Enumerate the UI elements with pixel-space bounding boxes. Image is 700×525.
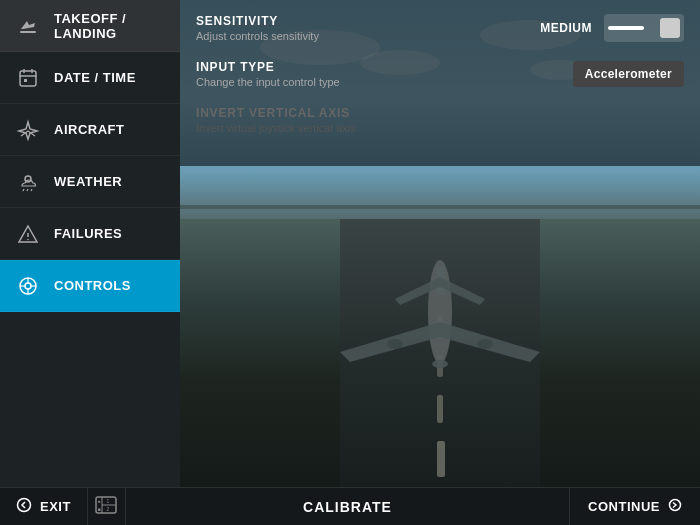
input-type-info: INPUT TYPE Change the input control type	[196, 60, 340, 88]
input-type-button[interactable]: Accelerometer	[573, 61, 684, 87]
bottom-bar: EXIT 1 2 ● ■ CALIBRATE CONTINUE	[0, 487, 700, 525]
sidebar-item-failures[interactable]: FAILURES	[0, 208, 180, 260]
sidebar-item-date-time[interactable]: DATE / TIME	[0, 52, 180, 104]
takeoff-icon	[14, 12, 42, 40]
sensitivity-control: MEDIUM	[540, 14, 684, 42]
slider-fill	[608, 26, 644, 30]
exit-button[interactable]: EXIT	[0, 488, 87, 525]
svg-rect-9	[24, 79, 27, 82]
exit-label: EXIT	[40, 499, 71, 514]
calendar-icon	[14, 64, 42, 92]
svg-text:●: ●	[98, 498, 101, 504]
invert-axis-setting: INVERT VERTICAL AXIS Invert virtual joys…	[196, 106, 684, 134]
settings-panel: SENSITIVITY Adjust controls sensitivity …	[180, 0, 700, 166]
sensitivity-slider[interactable]	[604, 14, 684, 42]
input-type-row: INPUT TYPE Change the input control type…	[196, 60, 684, 88]
sidebar-item-takeoff-landing[interactable]: TAKEOFF / LANDING	[0, 0, 180, 52]
input-type-setting: INPUT TYPE Change the input control type…	[196, 60, 684, 88]
exit-icon	[16, 497, 32, 516]
svg-point-2	[387, 339, 403, 349]
sensitivity-setting: SENSITIVITY Adjust controls sensitivity …	[196, 14, 684, 42]
svg-point-17	[25, 283, 31, 289]
svg-text:■: ■	[98, 506, 101, 512]
failures-icon	[14, 220, 42, 248]
sidebar-item-controls-label: CONTROLS	[54, 278, 131, 293]
sidebar-item-failures-label: FAILURES	[54, 226, 122, 241]
weather-icon	[14, 168, 42, 196]
horizon-line	[180, 205, 700, 209]
sensitivity-desc: Adjust controls sensitivity	[196, 30, 540, 42]
sensitivity-title: SENSITIVITY	[196, 14, 540, 28]
sidebar-item-takeoff-landing-label: TAKEOFF / LANDING	[54, 11, 166, 41]
svg-point-3	[477, 339, 493, 349]
aircraft-icon	[14, 116, 42, 144]
help-icon: 1 2 ● ■	[95, 496, 117, 517]
help-button[interactable]: 1 2 ● ■	[87, 488, 125, 525]
input-type-title: INPUT TYPE	[196, 60, 340, 74]
svg-text:2: 2	[107, 506, 110, 512]
sensitivity-value: MEDIUM	[540, 21, 592, 35]
continue-label: CONTINUE	[588, 499, 660, 514]
svg-rect-5	[20, 71, 36, 86]
input-type-desc: Change the input control type	[196, 76, 340, 88]
continue-icon	[668, 498, 682, 515]
svg-point-1	[432, 360, 448, 368]
controls-icon	[14, 272, 42, 300]
sidebar-item-aircraft[interactable]: AIRCRAFT	[0, 104, 180, 156]
svg-line-12	[27, 189, 28, 191]
slider-thumb[interactable]	[660, 18, 680, 38]
svg-line-13	[31, 189, 32, 191]
sidebar: TAKEOFF / LANDING DATE / TIME AIRCRAFT	[0, 0, 180, 487]
svg-rect-4	[20, 31, 36, 33]
calibrate-button[interactable]: CALIBRATE	[125, 488, 570, 525]
sensitivity-info: SENSITIVITY Adjust controls sensitivity	[196, 14, 540, 42]
invert-axis-desc: Invert virtual joystick vertical axis	[196, 122, 684, 134]
sidebar-item-date-time-label: DATE / TIME	[54, 70, 136, 85]
airplane-silhouette	[330, 257, 550, 377]
svg-line-11	[23, 189, 24, 191]
sidebar-item-weather[interactable]: WEATHER	[0, 156, 180, 208]
sidebar-item-weather-label: WEATHER	[54, 174, 122, 189]
continue-button[interactable]: CONTINUE	[570, 488, 700, 525]
invert-axis-title: INVERT VERTICAL AXIS	[196, 106, 684, 120]
sidebar-item-aircraft-label: AIRCRAFT	[54, 122, 124, 137]
svg-point-22	[18, 499, 31, 512]
sidebar-item-controls[interactable]: CONTROLS	[0, 260, 180, 312]
calibrate-label: CALIBRATE	[303, 499, 392, 515]
svg-point-15	[27, 238, 29, 240]
svg-text:1: 1	[107, 498, 110, 504]
